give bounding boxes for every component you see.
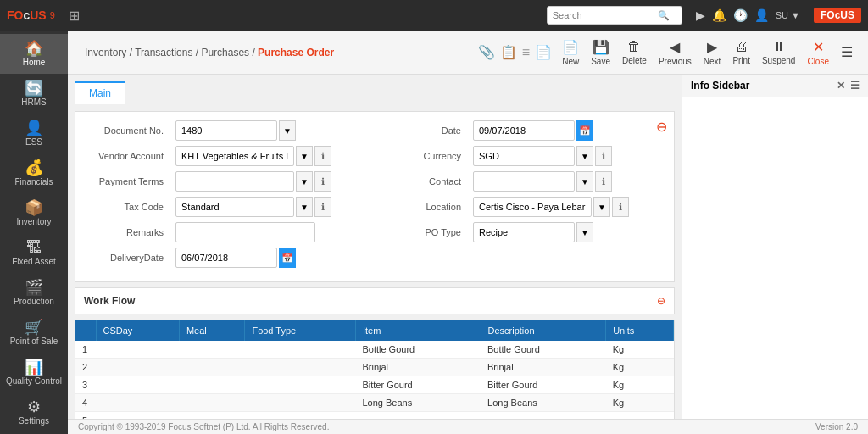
tax-dropdown[interactable]: ▼ xyxy=(296,197,313,217)
row-item[interactable]: Long Beans xyxy=(355,394,481,412)
vendor-input[interactable] xyxy=(175,146,294,166)
currency-info-btn[interactable]: ℹ xyxy=(595,146,612,166)
search-box[interactable]: 🔍 xyxy=(547,6,682,25)
tax-info-btn[interactable]: ℹ xyxy=(314,197,331,217)
row-description[interactable]: Bitter Gourd xyxy=(481,376,606,394)
row-meal[interactable] xyxy=(179,341,245,359)
tax-label: Tax Code xyxy=(84,202,169,212)
doc-no-dropdown[interactable]: ▼ xyxy=(279,120,296,141)
row-csday[interactable] xyxy=(96,359,179,376)
row-description[interactable]: Brinjal xyxy=(481,359,606,376)
main-layout: 🏠 Home 🔄 HRMS 👤 ESS 💰 Financials 📦 Inven… xyxy=(0,31,868,434)
payment-dropdown[interactable]: ▼ xyxy=(296,171,313,192)
collapse-form-btn[interactable]: ⊖ xyxy=(656,119,667,135)
row-units: Kg xyxy=(606,359,674,376)
clock-icon[interactable]: 🕐 xyxy=(733,8,748,22)
sidebar-label-pos: Point of Sale xyxy=(10,337,58,346)
sidebar-item-financials[interactable]: 💰 Financials xyxy=(0,153,68,193)
vendor-info-btn[interactable]: ℹ xyxy=(314,146,331,166)
po-type-dropdown[interactable]: ▼ xyxy=(576,222,593,242)
row-csday[interactable] xyxy=(96,376,179,394)
previous-button[interactable]: ◀ Previous xyxy=(654,36,697,70)
sidebar-item-fixed-asset[interactable]: 🏗 Fixed Asset xyxy=(0,233,68,273)
close-button[interactable]: ✕ Close xyxy=(802,36,834,70)
row-food-type[interactable] xyxy=(245,412,356,420)
doc-icon[interactable]: 📄 xyxy=(535,44,552,60)
grid-icon[interactable]: ⊞ xyxy=(69,8,80,24)
menu-button[interactable]: ☰ xyxy=(836,41,858,64)
row-description[interactable] xyxy=(481,412,606,420)
row-meal[interactable] xyxy=(179,412,245,420)
home-icon: 🏠 xyxy=(25,41,43,56)
location-dropdown[interactable]: ▼ xyxy=(593,197,610,217)
row-food-type[interactable] xyxy=(245,376,356,394)
contact-input[interactable] xyxy=(473,171,575,192)
payment-input[interactable] xyxy=(175,171,294,192)
row-item[interactable] xyxy=(355,412,481,420)
row-csday[interactable] xyxy=(96,412,179,420)
workflow-collapse-btn[interactable]: ⊖ xyxy=(657,295,665,307)
row-food-type[interactable] xyxy=(245,394,356,412)
delivery-input[interactable] xyxy=(175,248,277,268)
sidebar-item-pos[interactable]: 🛒 Point of Sale xyxy=(0,313,68,353)
search-input[interactable] xyxy=(553,10,654,20)
list-icon[interactable]: ≡ xyxy=(522,45,530,60)
sidebar-item-production[interactable]: 🎬 Production xyxy=(0,273,68,313)
date-calendar-btn[interactable]: 📅 xyxy=(576,120,593,141)
sidebar-item-inventory[interactable]: 📦 Inventory xyxy=(0,193,68,233)
sidebar-item-hrms[interactable]: 🔄 HRMS xyxy=(0,74,68,114)
date-input[interactable] xyxy=(473,120,575,141)
row-item[interactable]: Bitter Gourd xyxy=(355,376,481,394)
suspend-button[interactable]: ⏸ Suspend xyxy=(757,36,800,69)
bell-icon[interactable]: 🔔 xyxy=(712,8,726,22)
po-type-input[interactable] xyxy=(473,222,575,242)
user-icon[interactable]: 👤 xyxy=(754,8,769,22)
copy-icon[interactable]: 📋 xyxy=(500,44,517,60)
row-item[interactable]: Brinjal xyxy=(355,359,481,376)
new-button[interactable]: 📄 New xyxy=(557,36,584,70)
table-row[interactable]: 4 Long Beans Long Beans Kg xyxy=(75,394,674,412)
payment-info-btn[interactable]: ℹ xyxy=(314,171,331,192)
currency-input[interactable] xyxy=(473,146,575,166)
delete-button[interactable]: 🗑 Delete xyxy=(617,36,652,69)
currency-dropdown[interactable]: ▼ xyxy=(576,146,593,166)
print-button[interactable]: 🖨 Print xyxy=(727,36,755,69)
tax-input-wrap: ▼ ℹ xyxy=(175,197,331,217)
row-csday[interactable] xyxy=(96,341,179,359)
vendor-dropdown[interactable]: ▼ xyxy=(296,146,313,166)
remarks-input[interactable] xyxy=(175,222,315,242)
table-header-food-type: Food Type xyxy=(245,320,356,341)
info-sidebar-menu-icon[interactable]: ☰ xyxy=(850,80,860,92)
table-row[interactable]: 2 Brinjal Brinjal Kg xyxy=(75,359,674,376)
row-item[interactable]: Bottle Gourd xyxy=(355,341,481,359)
location-info-btn[interactable]: ℹ xyxy=(612,197,629,217)
attachment-icon[interactable]: 📎 xyxy=(478,44,495,60)
save-button[interactable]: 💾 Save xyxy=(586,36,615,70)
location-input[interactable] xyxy=(473,197,592,217)
info-sidebar-tool-icon[interactable]: ✕ xyxy=(837,80,845,92)
tax-input[interactable] xyxy=(175,197,294,217)
row-meal[interactable] xyxy=(179,394,245,412)
next-button[interactable]: ▶ Next xyxy=(698,36,726,70)
play-icon[interactable]: ▶ xyxy=(696,8,705,22)
row-food-type[interactable] xyxy=(245,359,356,376)
tab-main[interactable]: Main xyxy=(75,81,125,104)
row-meal[interactable] xyxy=(179,376,245,394)
doc-no-input[interactable] xyxy=(175,120,277,141)
sidebar-item-home[interactable]: 🏠 Home xyxy=(0,34,68,74)
contact-dropdown[interactable]: ▼ xyxy=(576,171,593,192)
row-meal[interactable] xyxy=(179,359,245,376)
contact-info-btn[interactable]: ℹ xyxy=(595,171,612,192)
row-csday[interactable] xyxy=(96,394,179,412)
table-row[interactable]: 1 Bottle Gourd Bottle Gourd Kg xyxy=(75,341,674,359)
table-row[interactable]: 5 xyxy=(75,412,674,420)
breadcrumb-path: Inventory / Transactions / Purchases / xyxy=(85,47,255,58)
sidebar-item-quality[interactable]: 📊 Quality Control xyxy=(0,353,68,392)
delivery-calendar-btn[interactable]: 📅 xyxy=(279,248,296,268)
sidebar-item-ess[interactable]: 👤 ESS xyxy=(0,114,68,153)
row-description[interactable]: Long Beans xyxy=(481,394,606,412)
row-food-type[interactable] xyxy=(245,341,356,359)
sidebar-item-settings[interactable]: ⚙ Settings xyxy=(0,392,68,432)
row-description[interactable]: Bottle Gourd xyxy=(481,341,606,359)
table-row[interactable]: 3 Bitter Gourd Bitter Gourd Kg xyxy=(75,376,674,394)
